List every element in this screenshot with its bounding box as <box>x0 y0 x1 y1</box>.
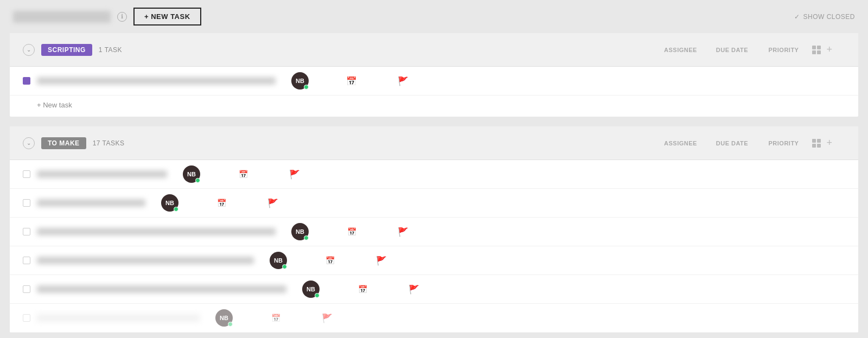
calendar-icon: 📅 <box>271 314 280 322</box>
task-checkbox[interactable] <box>23 199 30 207</box>
task-duedate[interactable]: 📅 <box>194 199 248 207</box>
assignee-header-2: ASSIGNEE <box>656 140 705 146</box>
task-text <box>37 314 200 322</box>
show-closed-button[interactable]: ✓ SHOW CLOSED <box>794 13 855 21</box>
page-title-blurred <box>13 11 111 23</box>
online-indicator <box>304 235 309 240</box>
task-priority[interactable]: 🚩 <box>379 227 427 237</box>
flag-icon: 🚩 <box>376 256 387 266</box>
online-indicator <box>282 264 287 269</box>
flag-icon: 🚩 <box>267 198 278 208</box>
scripting-new-task-link[interactable]: + New task <box>10 95 858 117</box>
task-duedate[interactable]: 📅 <box>303 256 357 265</box>
avatar[interactable]: NB <box>161 194 178 212</box>
online-indicator <box>315 293 320 298</box>
tomake-section: ⌄ TO MAKE 17 TASKS ASSIGNEE DUE DATE PRI… <box>10 126 858 333</box>
table-row: NB 📅 🚩 <box>10 275 858 304</box>
priority-header: PRIORITY <box>759 47 808 53</box>
scripting-actions: + <box>812 44 832 55</box>
flag-icon: 🚩 <box>398 76 409 86</box>
task-assignee: NB <box>254 252 303 269</box>
online-indicator <box>195 178 200 183</box>
calendar-icon: 📅 <box>358 285 367 294</box>
task-priority[interactable]: 🚩 <box>248 198 297 208</box>
table-row: NB 📅 🚩 <box>10 218 858 246</box>
add-task-icon[interactable]: + <box>826 44 832 55</box>
calendar-icon: 📅 <box>239 170 248 178</box>
table-row: NB 📅 🚩 <box>10 246 858 275</box>
table-row: NB 📅 🚩 <box>10 160 858 189</box>
flag-icon: 🚩 <box>289 169 300 180</box>
avatar[interactable]: NB <box>183 165 200 183</box>
avatar[interactable]: NB <box>215 309 233 327</box>
grid-view-icon[interactable] <box>812 46 821 54</box>
task-priority[interactable]: 🚩 <box>379 76 427 86</box>
tomake-task-count: 17 TASKS <box>93 139 125 147</box>
tomake-collapse-button[interactable]: ⌄ <box>23 137 35 149</box>
task-duedate[interactable]: 📅 <box>248 314 303 322</box>
due-date-header-2: DUE DATE <box>705 140 759 146</box>
task-assignee: NB <box>145 194 194 212</box>
priority-header-2: PRIORITY <box>759 140 808 146</box>
tomake-section-header: ⌄ TO MAKE 17 TASKS ASSIGNEE DUE DATE PRI… <box>10 126 858 160</box>
new-task-button[interactable]: + NEW TASK <box>133 8 201 25</box>
grid-view-icon-2[interactable] <box>812 139 821 148</box>
flag-icon: 🚩 <box>322 313 333 323</box>
task-text <box>37 285 286 293</box>
scripting-task-count: 1 TASK <box>99 46 122 54</box>
info-icon[interactable]: ℹ <box>117 12 127 22</box>
scripting-tag: SCRIPTING <box>41 44 92 56</box>
task-checkbox[interactable] <box>23 170 30 178</box>
avatar[interactable]: NB <box>291 223 309 240</box>
task-text <box>37 170 167 178</box>
task-checkbox[interactable] <box>23 228 30 235</box>
scripting-section-header: ⌄ SCRIPTING 1 TASK ASSIGNEE DUE DATE PRI… <box>10 33 858 67</box>
task-checkbox[interactable] <box>23 314 30 322</box>
task-priority[interactable]: 🚩 <box>357 256 406 266</box>
task-text <box>37 77 276 85</box>
avatar[interactable]: NB <box>270 252 287 269</box>
task-assignee: NB <box>276 72 324 90</box>
add-task-icon-2[interactable]: + <box>826 137 832 149</box>
top-bar: ℹ + NEW TASK ✓ SHOW CLOSED <box>0 0 868 33</box>
assignee-header: ASSIGNEE <box>656 47 705 53</box>
task-priority[interactable]: 🚩 <box>270 169 319 180</box>
task-checkbox[interactable] <box>23 257 30 264</box>
table-row: NB 📅 🚩 <box>10 67 858 95</box>
tomake-actions: + <box>812 137 832 149</box>
calendar-icon: 📅 <box>326 256 335 265</box>
online-indicator <box>304 85 309 90</box>
task-duedate[interactable]: 📅 <box>324 227 379 236</box>
task-checkbox[interactable] <box>23 285 30 293</box>
task-text <box>37 257 254 264</box>
task-text <box>37 228 276 235</box>
task-assignee: NB <box>286 280 335 298</box>
task-assignee: NB <box>167 165 216 183</box>
task-checkbox[interactable] <box>23 77 30 85</box>
task-priority[interactable]: 🚩 <box>390 284 438 295</box>
online-indicator <box>228 322 233 327</box>
checkmark-icon: ✓ <box>794 13 800 21</box>
flag-icon: 🚩 <box>409 284 419 295</box>
scripting-column-headers: ASSIGNEE DUE DATE PRIORITY + <box>643 40 845 60</box>
main-content: ⌄ SCRIPTING 1 TASK ASSIGNEE DUE DATE PRI… <box>0 33 868 333</box>
task-duedate[interactable]: 📅 <box>324 76 379 86</box>
scripting-collapse-button[interactable]: ⌄ <box>23 44 35 56</box>
task-duedate[interactable]: 📅 <box>216 170 270 178</box>
table-row: NB 📅 🚩 <box>10 189 858 218</box>
flag-icon: 🚩 <box>398 227 409 237</box>
task-duedate[interactable]: 📅 <box>335 285 390 294</box>
online-indicator <box>174 207 178 212</box>
task-assignee: NB <box>200 309 248 327</box>
task-text <box>37 199 145 207</box>
calendar-icon: 📅 <box>217 199 226 207</box>
tomake-tag: TO MAKE <box>41 137 86 149</box>
scripting-section: ⌄ SCRIPTING 1 TASK ASSIGNEE DUE DATE PRI… <box>10 33 858 117</box>
avatar[interactable]: NB <box>291 72 309 90</box>
table-row: NB 📅 🚩 <box>10 304 858 333</box>
task-assignee: NB <box>276 223 324 240</box>
calendar-icon: 📅 <box>347 227 356 236</box>
task-priority[interactable]: 🚩 <box>303 313 352 323</box>
tomake-column-headers: ASSIGNEE DUE DATE PRIORITY + <box>643 133 845 153</box>
avatar[interactable]: NB <box>302 280 320 298</box>
